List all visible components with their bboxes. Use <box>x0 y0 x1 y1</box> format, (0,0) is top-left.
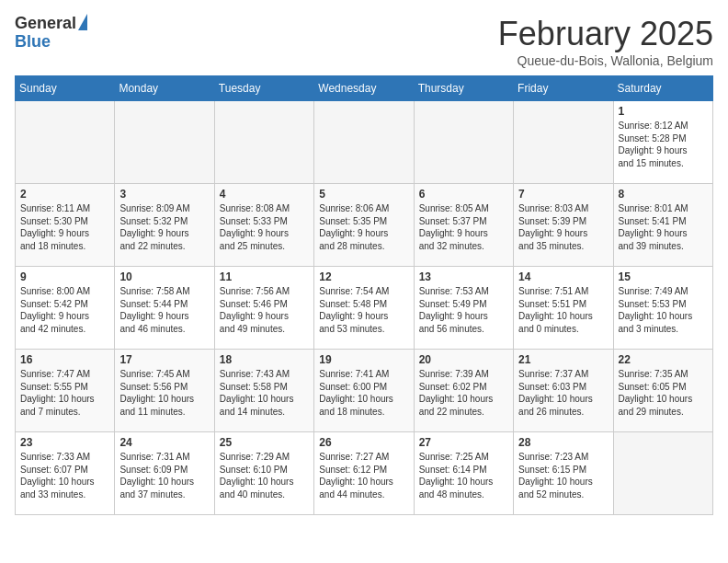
calendar-cell: 18Sunrise: 7:43 AM Sunset: 5:58 PM Dayli… <box>214 350 313 432</box>
day-info: Sunrise: 7:41 AM Sunset: 6:00 PM Dayligh… <box>319 368 408 418</box>
calendar-cell: 13Sunrise: 7:53 AM Sunset: 5:49 PM Dayli… <box>414 267 513 350</box>
logo-blue-text: Blue <box>15 33 51 52</box>
day-number: 21 <box>518 353 608 366</box>
calendar-week-row: 2Sunrise: 8:11 AM Sunset: 5:30 PM Daylig… <box>16 184 713 267</box>
day-number: 3 <box>119 188 209 201</box>
calendar-subtitle: Queue-du-Bois, Wallonia, Belgium <box>498 53 713 68</box>
calendar-cell <box>613 432 712 515</box>
weekday-header-monday: Monday <box>115 76 214 101</box>
calendar-cell: 14Sunrise: 7:51 AM Sunset: 5:51 PM Dayli… <box>514 267 613 350</box>
calendar-week-row: 9Sunrise: 8:00 AM Sunset: 5:42 PM Daylig… <box>16 267 713 350</box>
calendar-cell <box>314 101 414 184</box>
day-info: Sunrise: 8:06 AM Sunset: 5:35 PM Dayligh… <box>319 202 408 252</box>
calendar-cell: 8Sunrise: 8:01 AM Sunset: 5:41 PM Daylig… <box>613 184 712 267</box>
day-info: Sunrise: 7:58 AM Sunset: 5:44 PM Dayligh… <box>119 285 209 335</box>
day-number: 16 <box>20 353 109 366</box>
calendar-cell: 12Sunrise: 7:54 AM Sunset: 5:48 PM Dayli… <box>314 267 414 350</box>
day-number: 9 <box>20 270 109 283</box>
calendar-cell: 19Sunrise: 7:41 AM Sunset: 6:00 PM Dayli… <box>314 350 414 432</box>
weekday-header-thursday: Thursday <box>414 76 513 101</box>
weekday-header-saturday: Saturday <box>613 76 712 101</box>
day-number: 1 <box>619 105 708 118</box>
calendar-cell <box>414 101 513 184</box>
day-number: 23 <box>20 436 109 449</box>
day-number: 13 <box>419 270 508 283</box>
day-info: Sunrise: 7:29 AM Sunset: 6:10 PM Dayligh… <box>220 451 309 500</box>
day-number: 7 <box>518 188 608 201</box>
day-info: Sunrise: 7:47 AM Sunset: 5:55 PM Dayligh… <box>20 368 109 418</box>
day-number: 11 <box>220 270 309 283</box>
day-number: 17 <box>119 353 209 366</box>
day-info: Sunrise: 7:43 AM Sunset: 5:58 PM Dayligh… <box>220 368 309 418</box>
calendar-cell: 1Sunrise: 8:12 AM Sunset: 5:28 PM Daylig… <box>613 101 712 184</box>
day-info: Sunrise: 7:39 AM Sunset: 6:02 PM Dayligh… <box>419 368 508 418</box>
calendar-week-row: 1Sunrise: 8:12 AM Sunset: 5:28 PM Daylig… <box>16 101 713 184</box>
day-info: Sunrise: 8:00 AM Sunset: 5:42 PM Dayligh… <box>20 285 109 335</box>
calendar-cell: 11Sunrise: 7:56 AM Sunset: 5:46 PM Dayli… <box>214 267 313 350</box>
day-info: Sunrise: 7:31 AM Sunset: 6:09 PM Dayligh… <box>119 451 209 500</box>
calendar-cell: 3Sunrise: 8:09 AM Sunset: 5:32 PM Daylig… <box>115 184 214 267</box>
day-info: Sunrise: 7:54 AM Sunset: 5:48 PM Dayligh… <box>319 285 408 335</box>
logo-triangle-icon <box>78 14 87 30</box>
day-info: Sunrise: 8:11 AM Sunset: 5:30 PM Dayligh… <box>20 202 109 252</box>
day-info: Sunrise: 7:35 AM Sunset: 6:05 PM Dayligh… <box>619 368 708 418</box>
day-info: Sunrise: 7:49 AM Sunset: 5:53 PM Dayligh… <box>619 285 708 335</box>
day-number: 12 <box>319 270 408 283</box>
calendar-cell: 7Sunrise: 8:03 AM Sunset: 5:39 PM Daylig… <box>514 184 613 267</box>
calendar-cell: 17Sunrise: 7:45 AM Sunset: 5:56 PM Dayli… <box>115 350 214 432</box>
calendar-cell: 28Sunrise: 7:23 AM Sunset: 6:15 PM Dayli… <box>514 432 613 515</box>
calendar-cell: 15Sunrise: 7:49 AM Sunset: 5:53 PM Dayli… <box>613 267 712 350</box>
calendar-cell: 5Sunrise: 8:06 AM Sunset: 5:35 PM Daylig… <box>314 184 414 267</box>
calendar-cell: 2Sunrise: 8:11 AM Sunset: 5:30 PM Daylig… <box>16 184 115 267</box>
day-number: 18 <box>220 353 309 366</box>
calendar-cell <box>214 101 313 184</box>
day-info: Sunrise: 8:01 AM Sunset: 5:41 PM Dayligh… <box>619 202 708 252</box>
day-number: 2 <box>20 188 109 201</box>
calendar-cell: 16Sunrise: 7:47 AM Sunset: 5:55 PM Dayli… <box>16 350 115 432</box>
day-info: Sunrise: 7:23 AM Sunset: 6:15 PM Dayligh… <box>518 451 608 500</box>
logo: General Blue <box>15 15 87 52</box>
calendar-cell: 20Sunrise: 7:39 AM Sunset: 6:02 PM Dayli… <box>414 350 513 432</box>
calendar-cell: 22Sunrise: 7:35 AM Sunset: 6:05 PM Dayli… <box>613 350 712 432</box>
day-info: Sunrise: 7:56 AM Sunset: 5:46 PM Dayligh… <box>220 285 309 335</box>
logo-general-text: General <box>15 15 76 33</box>
calendar-week-row: 23Sunrise: 7:33 AM Sunset: 6:07 PM Dayli… <box>16 432 713 515</box>
day-info: Sunrise: 8:12 AM Sunset: 5:28 PM Dayligh… <box>619 120 708 169</box>
day-number: 28 <box>518 436 608 449</box>
day-info: Sunrise: 7:25 AM Sunset: 6:14 PM Dayligh… <box>419 451 508 500</box>
day-number: 20 <box>419 353 508 366</box>
calendar-title: February 2025 <box>498 15 713 53</box>
calendar-cell: 10Sunrise: 7:58 AM Sunset: 5:44 PM Dayli… <box>115 267 214 350</box>
day-info: Sunrise: 7:53 AM Sunset: 5:49 PM Dayligh… <box>419 285 508 335</box>
title-block: February 2025 Queue-du-Bois, Wallonia, B… <box>498 15 713 68</box>
day-number: 14 <box>518 270 608 283</box>
day-info: Sunrise: 8:09 AM Sunset: 5:32 PM Dayligh… <box>119 202 209 252</box>
calendar-cell: 21Sunrise: 7:37 AM Sunset: 6:03 PM Dayli… <box>514 350 613 432</box>
calendar-week-row: 16Sunrise: 7:47 AM Sunset: 5:55 PM Dayli… <box>16 350 713 432</box>
day-number: 25 <box>220 436 309 449</box>
day-number: 8 <box>619 188 708 201</box>
calendar-cell: 9Sunrise: 8:00 AM Sunset: 5:42 PM Daylig… <box>16 267 115 350</box>
weekday-header-wednesday: Wednesday <box>314 76 414 101</box>
day-info: Sunrise: 8:05 AM Sunset: 5:37 PM Dayligh… <box>419 202 508 252</box>
calendar-cell: 23Sunrise: 7:33 AM Sunset: 6:07 PM Dayli… <box>16 432 115 515</box>
day-number: 26 <box>319 436 408 449</box>
calendar-cell: 6Sunrise: 8:05 AM Sunset: 5:37 PM Daylig… <box>414 184 513 267</box>
day-info: Sunrise: 7:45 AM Sunset: 5:56 PM Dayligh… <box>119 368 209 418</box>
day-info: Sunrise: 7:51 AM Sunset: 5:51 PM Dayligh… <box>518 285 608 335</box>
calendar-cell: 24Sunrise: 7:31 AM Sunset: 6:09 PM Dayli… <box>115 432 214 515</box>
calendar-cell <box>514 101 613 184</box>
day-number: 27 <box>419 436 508 449</box>
day-info: Sunrise: 8:03 AM Sunset: 5:39 PM Dayligh… <box>518 202 608 252</box>
calendar-header: SundayMondayTuesdayWednesdayThursdayFrid… <box>16 76 713 101</box>
day-number: 4 <box>220 188 309 201</box>
calendar-cell: 25Sunrise: 7:29 AM Sunset: 6:10 PM Dayli… <box>214 432 313 515</box>
day-info: Sunrise: 7:27 AM Sunset: 6:12 PM Dayligh… <box>319 451 408 500</box>
weekday-header-sunday: Sunday <box>16 76 115 101</box>
day-number: 19 <box>319 353 408 366</box>
day-info: Sunrise: 7:37 AM Sunset: 6:03 PM Dayligh… <box>518 368 608 418</box>
calendar-cell: 4Sunrise: 8:08 AM Sunset: 5:33 PM Daylig… <box>214 184 313 267</box>
calendar-cell: 27Sunrise: 7:25 AM Sunset: 6:14 PM Dayli… <box>414 432 513 515</box>
logo-icon: General Blue <box>15 15 87 52</box>
weekday-header-row: SundayMondayTuesdayWednesdayThursdayFrid… <box>16 76 713 101</box>
